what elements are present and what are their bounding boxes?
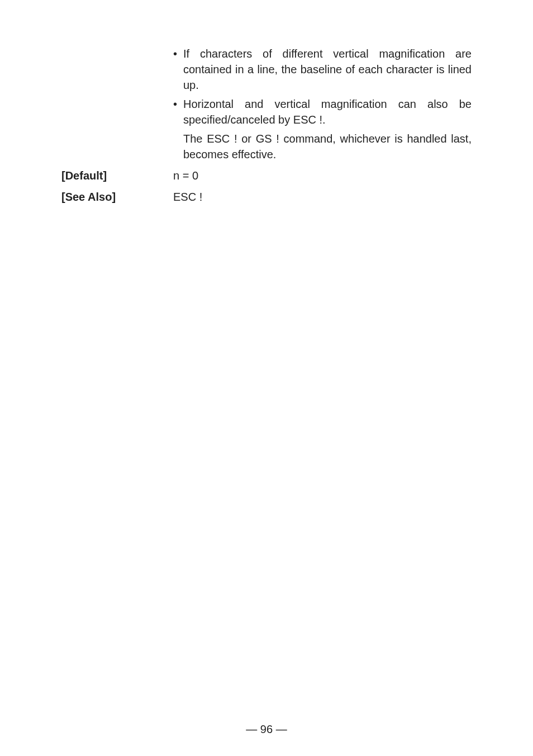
bullet-text: If characters of different vertical magn… (183, 46, 472, 93)
bullet-text: Horizontal and vertical magnification ca… (183, 96, 472, 127)
page-number: — 96 — (0, 723, 533, 736)
bullet-marker: • (173, 96, 183, 127)
default-row: [Default] n = 0 (61, 168, 472, 183)
bullet-item: • Horizontal and vertical magnification … (173, 96, 472, 127)
see-also-label: [See Also] (61, 189, 173, 205)
page-content: • If characters of different vertical ma… (61, 46, 472, 205)
default-value: n = 0 (173, 168, 472, 183)
default-label: [Default] (61, 168, 173, 183)
bullet-list: • If characters of different vertical ma… (173, 46, 472, 162)
see-also-row: [See Also] ESC ! (61, 189, 472, 205)
bullet-marker: • (173, 46, 183, 93)
bullet-item: • If characters of different vertical ma… (173, 46, 472, 93)
bullet-followup: The ESC ! or GS ! command, whichever is … (183, 131, 472, 162)
see-also-value: ESC ! (173, 189, 472, 205)
document-page: • If characters of different vertical ma… (0, 0, 533, 756)
